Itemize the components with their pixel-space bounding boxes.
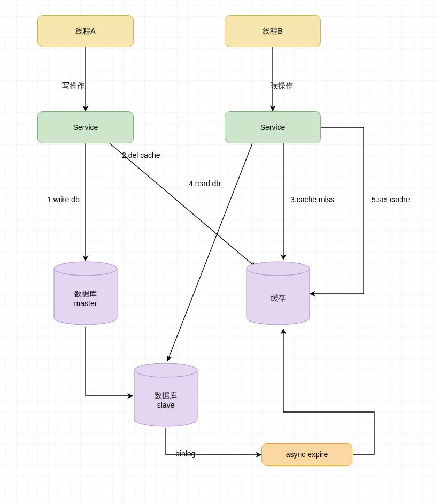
node-thread-a: 线程A [37,15,134,47]
label-5-set-cache: 5.set cache [372,195,410,204]
diagram-canvas: 线程A 线程B Service Service async expire 数据库… [0,0,439,504]
label-2-del-cache: 2.del cache [122,151,160,159]
label-read-op: 读操作 [271,81,293,91]
node-service-a-label: Service [73,123,98,132]
edge-master-slave [86,327,133,396]
node-service-a: Service [37,111,134,143]
edge-2-del-cache [110,143,256,267]
label-4-read-db: 4.read db [189,179,220,188]
label-binlog: binlog [175,449,195,458]
node-db-master: 数据库master [53,261,118,325]
node-service-b-label: Service [260,123,286,132]
node-cache: 缓存 [246,261,310,325]
label-1-write-db: 1.write db [47,195,80,204]
label-write-op: 写操作 [62,81,84,91]
edge-async-to-cache [283,329,374,455]
node-thread-b: 线程B [225,15,321,47]
node-thread-a-label: 线程A [75,26,95,36]
label-3-cache-miss: 3.cache miss [290,195,334,204]
node-service-b: Service [225,111,321,143]
edge-5-set-cache [310,127,364,294]
node-async-expire-label: async expire [286,449,328,459]
node-thread-b-label: 线程B [263,26,282,36]
edge-4-read-db [167,143,252,361]
node-db-slave: 数据库slave [134,363,198,427]
node-async-expire: async expire [261,443,352,466]
